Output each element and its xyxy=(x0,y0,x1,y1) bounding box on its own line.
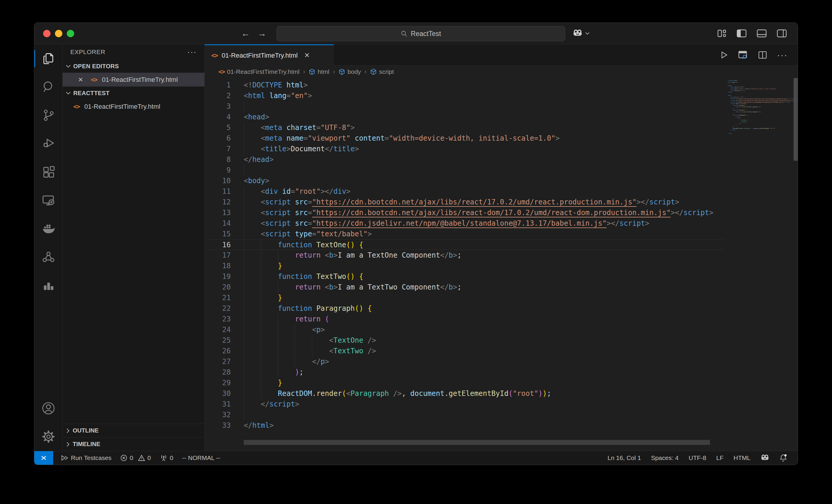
activity-settings[interactable] xyxy=(34,422,62,451)
line-number[interactable]: 16 xyxy=(205,240,231,249)
more-actions-icon[interactable]: ··· xyxy=(777,50,788,60)
line-number[interactable]: 9 xyxy=(205,165,231,176)
code-line-21[interactable]: 21 } xyxy=(205,292,724,303)
activity-docker[interactable] xyxy=(34,214,62,243)
line-number[interactable]: 31 xyxy=(205,399,231,409)
activity-remote-explorer[interactable] xyxy=(34,186,62,214)
close-tab-icon[interactable]: ✕ xyxy=(304,51,310,59)
line-number[interactable]: 20 xyxy=(205,282,231,292)
show-preview-icon[interactable] xyxy=(738,51,748,59)
breadcrumb-html[interactable]: html xyxy=(309,68,330,75)
line-number[interactable]: 14 xyxy=(205,218,231,229)
line-number[interactable]: 17 xyxy=(205,250,231,261)
horizontal-scrollbar[interactable] xyxy=(244,440,710,445)
line-number[interactable]: 10 xyxy=(205,176,231,186)
open-editor-item[interactable]: ✕ <> 01-ReactFirstTimeTry.html xyxy=(63,73,205,86)
line-number[interactable]: 29 xyxy=(205,377,231,388)
code-line-20[interactable]: 20 return <b>I am a TextTwo Component</b… xyxy=(205,282,724,292)
code-line-13[interactable]: 13 <script src="https://cdn.bootcdn.net/… xyxy=(205,207,724,218)
code-line-2[interactable]: 2<html lang="en"> xyxy=(205,90,724,101)
minimap[interactable]: <!DOCTYPE html><html lang="en"><head> <m… xyxy=(724,78,798,451)
code-line-11[interactable]: 11 <div id="root"></div> xyxy=(205,186,724,197)
line-number[interactable]: 3 xyxy=(205,101,231,112)
more-actions-icon[interactable]: ··· xyxy=(187,48,197,57)
minimize-window-button[interactable] xyxy=(55,30,62,37)
toggle-primary-sidebar-icon[interactable] xyxy=(736,29,747,38)
activity-search[interactable] xyxy=(34,73,62,101)
copilot-menu[interactable] xyxy=(573,29,590,38)
line-number[interactable]: 24 xyxy=(205,324,231,335)
activity-explorer[interactable] xyxy=(34,44,62,73)
code-line-4[interactable]: 4<head> xyxy=(205,112,724,122)
file-tree-item[interactable]: <> 01-ReactFirstTimeTry.html xyxy=(63,100,205,113)
breadcrumb-script[interactable]: script xyxy=(370,68,394,75)
code-line-19[interactable]: 19 function TextTwo() { xyxy=(205,271,724,282)
line-number[interactable]: 5 xyxy=(205,122,231,133)
back-arrow-icon[interactable]: ← xyxy=(241,28,250,38)
breadcrumb-file[interactable]: <> 01-ReactFirstTimeTry.html xyxy=(218,68,300,75)
line-number[interactable]: 2 xyxy=(205,90,231,101)
code-line-6[interactable]: 6 <meta name="viewport" content="width=d… xyxy=(205,133,724,143)
line-number[interactable]: 6 xyxy=(205,133,231,143)
tab-react-first-time-try[interactable]: <> 01-ReactFirstTimeTry.html ✕ xyxy=(205,44,334,65)
line-number[interactable]: 4 xyxy=(205,112,231,122)
code-line-29[interactable]: 29 } xyxy=(205,377,724,388)
breadcrumb-body[interactable]: body xyxy=(339,68,361,75)
notifications-bell-icon[interactable] xyxy=(779,454,787,462)
code-line-27[interactable]: 27 </p> xyxy=(205,356,724,367)
code-line-12[interactable]: 12 <script src="https://cdn.bootcdn.net/… xyxy=(205,197,724,207)
line-number[interactable]: 22 xyxy=(205,303,231,314)
line-number[interactable]: 30 xyxy=(205,388,231,399)
line-number[interactable]: 25 xyxy=(205,335,231,346)
code-line-23[interactable]: 23 return ( xyxy=(205,314,724,324)
encoding-setting[interactable]: UTF-8 xyxy=(689,454,706,461)
problems-indicator[interactable]: 0 0 xyxy=(120,454,151,461)
toggle-panel-icon[interactable] xyxy=(756,29,767,38)
code-line-31[interactable]: 31 </script> xyxy=(205,399,724,409)
toggle-secondary-sidebar-icon[interactable] xyxy=(777,29,787,38)
line-number[interactable]: 32 xyxy=(205,409,231,420)
outline-section[interactable]: OUTLINE xyxy=(63,424,205,437)
code-line-33[interactable]: 33</html> xyxy=(205,420,724,431)
code-line-17[interactable]: 17 return <b>I am a TextOne Component</b… xyxy=(205,250,724,261)
code-line-1[interactable]: 1<!DOCTYPE html> xyxy=(205,80,724,90)
code-line-3[interactable]: 3 xyxy=(205,101,724,112)
code-line-5[interactable]: 5 <meta charset="UTF-8"> xyxy=(205,122,724,133)
activity-run-debug[interactable] xyxy=(34,129,62,158)
line-number[interactable]: 23 xyxy=(205,314,231,324)
code-line-26[interactable]: 26 <TextTwo /> xyxy=(205,346,724,356)
forward-arrow-icon[interactable]: → xyxy=(258,28,266,38)
split-editor-icon[interactable] xyxy=(758,51,767,59)
activity-accounts[interactable] xyxy=(34,394,62,422)
code-line-9[interactable]: 9 xyxy=(205,165,724,176)
code-line-28[interactable]: 28 ); xyxy=(205,367,724,377)
customize-layout-icon[interactable] xyxy=(717,29,727,38)
language-mode[interactable]: HTML xyxy=(734,454,750,461)
eol-setting[interactable]: LF xyxy=(716,454,724,461)
code-editor[interactable]: 1<!DOCTYPE html>2<html lang="en">34<head… xyxy=(205,78,724,451)
line-number[interactable]: 13 xyxy=(205,207,231,218)
folder-header[interactable]: REACTTEST xyxy=(63,86,205,100)
line-number[interactable]: 15 xyxy=(205,229,231,239)
activity-extensions[interactable] xyxy=(34,158,62,186)
open-editors-header[interactable]: OPEN EDITORS xyxy=(63,60,205,73)
code-line-10[interactable]: 10<body> xyxy=(205,176,724,186)
cursor-position[interactable]: Ln 16, Col 1 xyxy=(607,454,641,461)
vim-mode-indicator[interactable]: -- NORMAL -- xyxy=(182,454,220,461)
code-line-18[interactable]: 18 } xyxy=(205,261,724,271)
copilot-status-icon[interactable] xyxy=(760,454,769,462)
zoom-window-button[interactable] xyxy=(67,30,74,37)
line-number[interactable]: 26 xyxy=(205,346,231,356)
line-number[interactable]: 1 xyxy=(205,80,231,90)
code-line-32[interactable]: 32 xyxy=(205,409,724,420)
code-line-25[interactable]: 25 <TextOne /> xyxy=(205,335,724,346)
vertical-scrollbar[interactable] xyxy=(794,78,798,161)
line-number[interactable]: 27 xyxy=(205,356,231,367)
code-line-7[interactable]: 7 <title>Document</title> xyxy=(205,143,724,154)
code-line-16[interactable]: 16 function TextOne() { xyxy=(205,239,724,250)
code-line-8[interactable]: 8</head> xyxy=(205,154,724,165)
code-line-22[interactable]: 22 function Paragraph() { xyxy=(205,303,724,314)
run-file-icon[interactable] xyxy=(720,51,728,59)
code-line-30[interactable]: 30 ReactDOM.render(<Paragraph />, docume… xyxy=(205,388,724,399)
line-number[interactable]: 7 xyxy=(205,143,231,154)
